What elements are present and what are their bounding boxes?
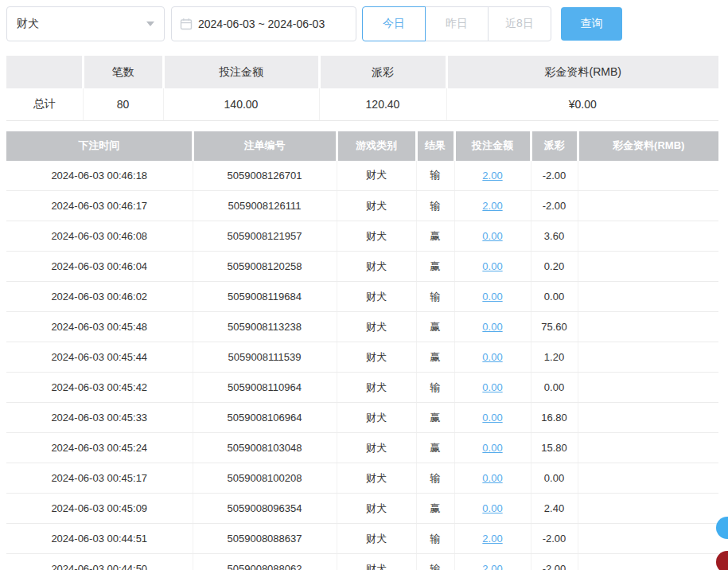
summary-header-bonus: 彩金资料(RMB) [446,56,718,88]
summary-header-empty [6,56,83,88]
result-cell: 输 [416,373,454,403]
bonus-cell [578,221,718,252]
bet-time-cell: 2024-06-03 00:45:48 [6,312,193,342]
table-row: 2024-06-03 00:46:08 5059008121957 财犬 赢 0… [6,221,718,252]
result-cell: 赢 [416,433,454,463]
bonus-cell [578,494,718,524]
header-order-id: 注单编号 [193,131,337,161]
bet-amount-link[interactable]: 2.00 [482,563,502,570]
payout-cell: 0.00 [531,282,578,312]
bet-amount-link[interactable]: 0.00 [482,260,502,272]
summary-header-bet-amount: 投注金额 [163,56,319,88]
bet-amount-cell: 0.00 [454,342,531,373]
order-id-cell: 5059008103048 [193,433,337,463]
result-cell: 输 [416,463,454,494]
bet-amount-cell: 0.00 [454,312,531,342]
bonus-cell [578,554,718,570]
yesterday-button[interactable]: 昨日 [425,6,489,41]
table-row: 2024-06-03 00:45:44 5059008111539 财犬 赢 0… [6,342,718,373]
bet-time-cell: 2024-06-03 00:46:04 [6,252,193,282]
bet-amount-cell: 0.00 [454,373,531,403]
result-cell: 输 [416,191,454,221]
bet-amount-link[interactable]: 0.00 [482,291,502,303]
payout-cell: 1.20 [531,342,578,373]
header-bet-time: 下注时间 [6,131,193,161]
summary-table: 笔数 投注金额 派彩 彩金资料(RMB) 总计 80 140.00 120.40… [6,56,718,121]
table-row: 2024-06-03 00:45:24 5059008103048 财犬 赢 0… [6,433,718,463]
header-result: 结果 [416,131,454,161]
bet-time-cell: 2024-06-03 00:46:17 [6,191,193,221]
bet-amount-cell: 2.00 [454,554,531,570]
bet-time-cell: 2024-06-03 00:45:17 [6,463,193,494]
result-cell: 赢 [416,312,454,342]
game-type-cell: 财犬 [337,161,416,191]
result-cell: 赢 [416,342,454,373]
table-row: 2024-06-03 00:44:51 5059008088637 财犬 输 2… [6,524,718,554]
query-button[interactable]: 查询 [561,7,622,41]
order-id-cell: 5059008126701 [193,161,337,191]
bonus-cell [578,282,718,312]
game-type-cell: 财犬 [337,554,416,570]
bet-time-cell: 2024-06-03 00:45:33 [6,403,193,433]
last-8-days-button[interactable]: 近8日 [488,6,551,41]
bet-table-header-row: 下注时间 注单编号 游戏类别 结果 投注金额 派彩 彩金资料(RMB) [6,131,718,161]
bet-amount-link[interactable]: 0.00 [482,412,502,424]
bonus-cell [578,524,718,554]
bet-amount-link[interactable]: 2.00 [482,533,502,545]
bet-amount-link[interactable]: 0.00 [482,351,502,363]
result-cell: 输 [416,524,454,554]
bet-time-cell: 2024-06-03 00:46:18 [6,161,193,191]
bet-amount-link[interactable]: 2.00 [482,170,502,182]
result-cell: 输 [416,554,454,570]
game-type-cell: 财犬 [337,191,416,221]
game-type-cell: 财犬 [337,312,416,342]
payout-cell: 0.20 [531,252,578,282]
bet-amount-link[interactable]: 2.00 [482,200,502,212]
payout-cell: 75.60 [531,312,578,342]
bet-amount-link[interactable]: 0.00 [482,442,502,454]
bonus-cell [578,252,718,282]
result-cell: 赢 [416,494,454,524]
bonus-cell [578,403,718,433]
summary-total-count: 80 [83,88,163,120]
game-type-cell: 财犬 [337,524,416,554]
summary-total-row: 总计 80 140.00 120.40 ¥0.00 [6,88,718,120]
bet-amount-link[interactable]: 0.00 [482,381,502,393]
bet-amount-link[interactable]: 0.00 [482,472,502,484]
bet-amount-cell: 0.00 [454,252,531,282]
header-bonus: 彩金资料(RMB) [578,131,718,161]
bet-time-cell: 2024-06-03 00:46:02 [6,282,193,312]
order-id-cell: 5059008106964 [193,403,337,433]
game-type-cell: 财犬 [337,252,416,282]
header-bet-amount: 投注金额 [454,131,531,161]
result-cell: 输 [416,282,454,312]
bonus-cell [578,373,718,403]
bet-amount-cell: 0.00 [454,494,531,524]
summary-total-payout: 120.40 [319,88,446,120]
payout-cell: 0.00 [531,463,578,494]
date-range-value: 2024-06-03 ~ 2024-06-03 [198,18,325,30]
payout-cell: 3.60 [531,221,578,252]
order-id-cell: 5059008096354 [193,494,337,524]
table-row: 2024-06-03 00:45:17 5059008100208 财犬 输 0… [6,463,718,494]
payout-cell: 16.80 [531,403,578,433]
game-type-cell: 财犬 [337,463,416,494]
bet-amount-link[interactable]: 0.00 [482,321,502,333]
filter-bar: 财犬 2024-06-03 ~ 2024-06-03 今日 昨日 近8日 查询 [0,0,728,41]
bet-amount-cell: 0.00 [454,403,531,433]
today-button[interactable]: 今日 [362,6,426,41]
payout-cell: 2.40 [531,494,578,524]
order-id-cell: 5059008113238 [193,312,337,342]
order-id-cell: 5059008111539 [193,342,337,373]
date-range-picker[interactable]: 2024-06-03 ~ 2024-06-03 [171,6,356,41]
payout-cell: 0.00 [531,373,578,403]
bonus-cell [578,161,718,191]
order-id-cell: 5059008126111 [193,191,337,221]
game-type-cell: 财犬 [337,373,416,403]
bet-amount-link[interactable]: 0.00 [482,502,502,514]
game-select[interactable]: 财犬 [6,6,165,41]
game-type-cell: 财犬 [337,433,416,463]
bet-amount-link[interactable]: 0.00 [482,230,502,242]
game-select-value: 财犬 [17,17,146,31]
order-id-cell: 5059008121957 [193,221,337,252]
